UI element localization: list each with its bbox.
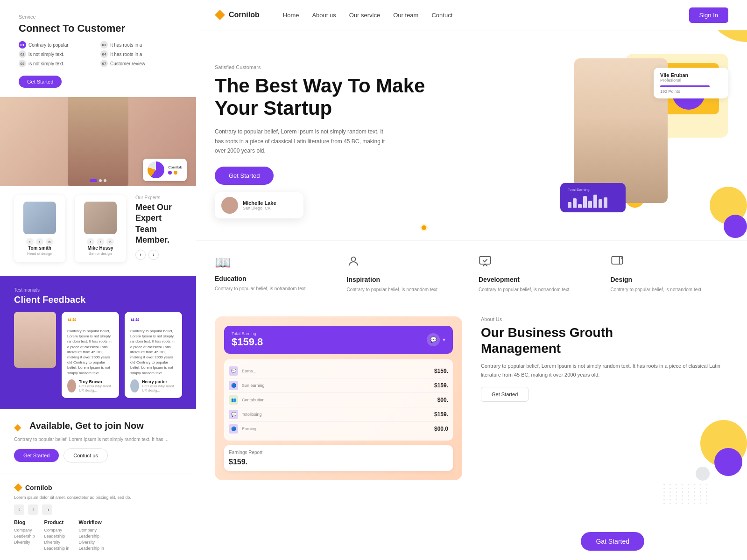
earn-row-icon-4: 🔵	[229, 424, 238, 434]
navbar-link-service[interactable]: Our service	[349, 12, 380, 19]
service-label: Service	[19, 14, 177, 20]
earnings-report-title: Earnings Report	[229, 450, 448, 455]
feature-title-inspiration: Inspiration	[347, 276, 465, 283]
service-num-03: 03	[100, 41, 108, 49]
donut-widget: Cornilob	[143, 159, 187, 181]
earnings-report-amount: $159.	[229, 458, 448, 466]
footer-facebook-icon[interactable]: f	[28, 504, 38, 515]
navbar-link-team[interactable]: Our team	[393, 12, 418, 19]
about-get-started-button[interactable]: Get Started	[481, 387, 529, 402]
facebook-icon[interactable]: f	[87, 238, 94, 245]
footer-col-item: Leadership	[79, 534, 104, 539]
navbar-logo-text: Cornilob	[229, 11, 260, 19]
list-item: 02 is not simply text.	[19, 50, 96, 58]
earn-item-label-1: Sun earning	[242, 383, 430, 388]
list-item: 01 Contrary to popular	[19, 41, 96, 49]
hero-get-started-button[interactable]: Get Started	[215, 167, 274, 185]
testimonial-card-2: ❝❝ Contrary to popular belief, Lorem Ips…	[125, 312, 182, 398]
michelle-location: San Diego, CA	[243, 206, 276, 210]
earnings-total-amount: $159.8	[232, 336, 263, 348]
footer-linkedin-icon[interactable]: in	[42, 504, 52, 515]
hero-section: Satisfied Customars The Best Way To Make…	[196, 30, 747, 240]
twitter-icon[interactable]: t	[97, 238, 104, 245]
footer-col-item: Leadership	[14, 534, 35, 539]
twitter-icon[interactable]: t	[36, 238, 43, 245]
slide-dot	[99, 179, 102, 182]
testimonial-author-2: Henry porter He's also why most UX desig…	[130, 379, 176, 392]
earn-item-amount-0: $159.	[434, 368, 448, 374]
footer-col-product: Product Company Leadership Diversity Lea…	[44, 519, 70, 552]
list-item: 03 It has roots in a	[100, 41, 177, 49]
slide-dot	[104, 179, 106, 182]
diamond-icon: ◆	[14, 421, 21, 433]
hero-right-visual: Total Earning Vile Eruban Profesional 19	[560, 54, 728, 222]
service-item-text: is not simply text.	[28, 61, 64, 66]
earn-item-amount-4: $00.0	[434, 426, 448, 432]
feature-title-design: Design	[611, 276, 729, 283]
hero-description: Contrary to popular belief, Lorem Ipsum …	[215, 127, 392, 155]
footer-description: Lorem ipsum dolor sit amet, consectetur …	[14, 495, 182, 501]
chart-bar	[568, 202, 571, 208]
navbar: Cornilob Home About us Our service Our t…	[196, 0, 747, 30]
testimonial-text-1: Contrary to popular belief, Lorem Ipsum …	[67, 329, 113, 376]
education-icon: 📖	[215, 255, 333, 270]
deco-bot-purple-circle	[714, 448, 742, 476]
cta-get-started-button[interactable]: Get Started	[14, 449, 59, 462]
linkedin-icon[interactable]: in	[106, 238, 114, 245]
development-icon	[479, 255, 597, 271]
testimonial-card-1: ❝❝ Contrary to popular belief, Lorem Ips…	[62, 312, 119, 398]
about-label: About Us	[481, 316, 728, 322]
expert-role-tom: Head of design	[21, 252, 59, 256]
service-item-text: Customer review	[110, 61, 145, 66]
signin-button[interactable]: Sign In	[689, 7, 728, 23]
service-title: Connect To Customer	[19, 22, 177, 35]
donut-chart	[148, 161, 164, 178]
navbar-link-home[interactable]: Home	[283, 12, 299, 19]
vile-card: Vile Eruban Profesional 192 Points	[654, 68, 728, 98]
cta-join-section: ◆ Available, Get to join Now Contrary to…	[0, 409, 196, 474]
navbar-link-about[interactable]: About us	[312, 12, 336, 19]
earn-item-amount-2: $00.	[437, 397, 448, 403]
prev-arrow-button[interactable]: ‹	[135, 250, 146, 260]
service-get-started-button[interactable]: Get Started	[19, 76, 62, 88]
expert-card-tom: f t in Tom smith Head of design	[14, 195, 65, 262]
michelle-name: Michelle Lake	[243, 200, 276, 206]
cta-join-title: Available, Get to join Now	[29, 420, 144, 431]
lower-section: Total Earning $159.8 💬 ▾ 💬 Earns... $159…	[196, 307, 747, 490]
next-arrow-button[interactable]: ›	[148, 250, 159, 260]
hero-title-line2: Your Startup	[215, 97, 332, 119]
chart-bar	[604, 197, 607, 208]
footer-col-workflow: Workflow Company Leadership Diversity Le…	[79, 519, 104, 552]
chart-bar	[578, 204, 582, 208]
earn-row-1: 🔵 Sun earning $159.	[229, 378, 448, 393]
footer-social-links: t f in	[14, 504, 182, 515]
expert-avatar-tom	[23, 202, 56, 234]
chart-bars	[568, 194, 618, 208]
navbar-link-contact[interactable]: Contuct	[431, 12, 452, 19]
earn-row-3: 💬 Totollosing $159.	[229, 407, 448, 422]
chart-bar	[593, 195, 597, 208]
footer-col-product-title: Product	[44, 519, 70, 525]
chart-label: Total Earning	[568, 188, 618, 192]
expert-card-mike: f t in Mike Hussy Senior design	[75, 195, 126, 262]
footer-logo-text: Cornilob	[25, 484, 52, 491]
footer-col-item: Company	[79, 528, 104, 532]
testimonials-title: Client Feedback	[14, 294, 182, 305]
chart-bar	[573, 198, 577, 208]
earnings-total-card: Total Earning $159.8 💬 ▾	[224, 326, 453, 354]
vile-role: Profesional	[660, 78, 722, 83]
deco-bot-right	[700, 420, 747, 467]
bottom-get-started-button[interactable]: Gat Started	[581, 532, 644, 551]
cta-contact-button[interactable]: Contuct us	[63, 448, 108, 462]
list-item: 04 It has roots in a	[100, 50, 177, 58]
footer-col-item: Diversity	[44, 540, 70, 545]
about-title-line1: Our Business Grouth	[481, 325, 613, 340]
facebook-icon[interactable]: f	[26, 238, 34, 245]
footer-col-item: Leadership in	[44, 546, 70, 551]
service-item-text: It has roots in a	[110, 52, 142, 57]
feature-desc-development: Contrary to popular belief, is notrandom…	[479, 286, 597, 293]
service-num-02: 02	[19, 50, 26, 58]
footer-twitter-icon[interactable]: t	[14, 504, 24, 515]
linkedin-icon[interactable]: in	[46, 238, 53, 245]
list-item: 05 is not simply text.	[19, 60, 96, 67]
